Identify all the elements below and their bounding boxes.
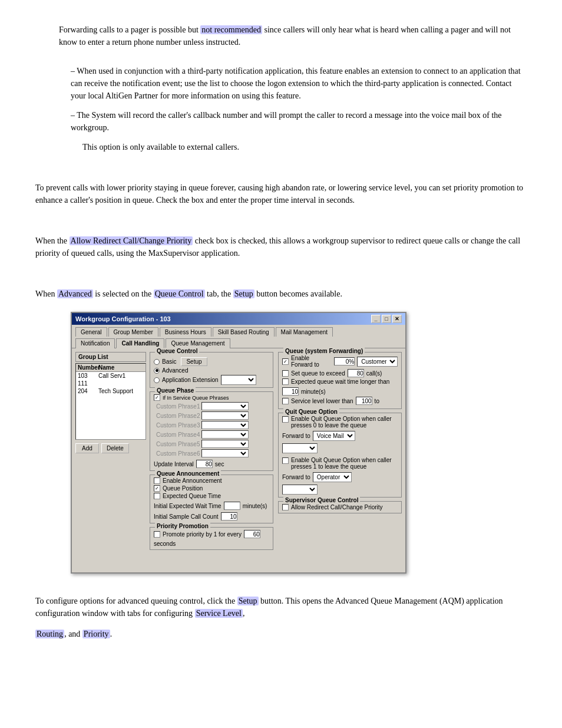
- priority-promotion-check[interactable]: [154, 531, 160, 538]
- enable-forward-check[interactable]: [282, 358, 289, 365]
- radio-advanced-input[interactable]: [154, 368, 160, 374]
- para7-mid2: tab, the: [205, 289, 233, 298]
- forward-extra-select1[interactable]: [282, 443, 318, 453]
- phrase6-select[interactable]: [201, 449, 249, 457]
- para4-text: This option is only available to externa…: [82, 143, 239, 151]
- radio-basic-input[interactable]: [154, 359, 160, 365]
- tab-queue-management[interactable]: Queue Management: [166, 338, 230, 348]
- initial-sample-row: Initial Sample Call Count: [154, 512, 269, 521]
- group-list-buttons: Add Delete: [75, 443, 146, 453]
- initial-sample-label: Initial Sample Call Count: [154, 513, 219, 520]
- forward-to-label2: Forward to: [282, 474, 310, 480]
- phrase4-select[interactable]: [201, 430, 249, 439]
- service-level-check[interactable]: [282, 398, 289, 404]
- if-in-service-check[interactable]: [154, 394, 160, 401]
- priority-promote-input[interactable]: [244, 530, 260, 538]
- forward-extra-select2[interactable]: [282, 485, 318, 495]
- phrase-row-4: Custom Phrase4: [156, 430, 269, 439]
- paragraph-6: When the Allow Redirect Call/Change Prio…: [35, 235, 527, 259]
- update-interval-unit: sec: [215, 461, 224, 467]
- dialog-body: Group List Number Name 103 Call Serv1 11…: [72, 348, 405, 572]
- phrase2-label: Custom Phrase2: [156, 413, 200, 419]
- para3-text: – The System will record the caller's ca…: [71, 111, 502, 132]
- initial-wait-row: Initial Expected Wait Time minute(s): [154, 502, 269, 510]
- titlebar-buttons: _ □ ✕: [371, 315, 402, 323]
- phrase-row-3: Custom Phrase3: [156, 421, 269, 429]
- update-interval-row: Update Interval sec: [154, 460, 269, 468]
- group-list-row[interactable]: 204 Tech Support: [76, 387, 146, 395]
- queue-position-row[interactable]: Queue Position: [154, 485, 269, 492]
- enable-announce-row[interactable]: Enable Announcement: [154, 477, 269, 484]
- tab-call-handling[interactable]: Call Handling: [116, 338, 164, 348]
- appext-select[interactable]: [221, 375, 256, 385]
- close-button[interactable]: ✕: [392, 315, 402, 323]
- phrase5-select[interactable]: [201, 440, 249, 448]
- wait-time-row: Expected queue wait time longer than min…: [282, 378, 398, 396]
- footer-para2: Routing, and Priority.: [35, 628, 527, 640]
- initial-wait-input[interactable]: [224, 502, 240, 510]
- service-level-label: Service level lower than: [291, 398, 353, 404]
- footer-and: , and: [64, 630, 82, 638]
- footer-before: To configure options for advanced queuin…: [35, 597, 237, 605]
- tab-mail-management[interactable]: Mail Management: [276, 327, 333, 337]
- forward-to-row1: Forward to Voice Mail: [282, 431, 398, 441]
- paragraph-3: – The System will record the caller's ca…: [35, 109, 527, 134]
- expected-queue-time-row[interactable]: Expected Queue Time: [154, 493, 269, 499]
- forward-to-select1[interactable]: Voice Mail: [313, 431, 355, 441]
- supervisor-check[interactable]: [282, 504, 289, 510]
- expected-queue-time-label: Expected Queue Time: [163, 493, 221, 499]
- enable-forward-row: Enable Forward to Customer Support: [282, 355, 398, 368]
- initial-wait-unit: minute(s): [243, 503, 267, 509]
- initial-sample-input[interactable]: [221, 512, 237, 521]
- tab-general[interactable]: General: [75, 327, 107, 337]
- tab-notification[interactable]: Notification: [75, 338, 115, 348]
- queue-overflow-section: Queue (system Forwarding) Enable Forward…: [278, 352, 402, 409]
- update-interval-input[interactable]: [196, 460, 213, 468]
- minimize-button[interactable]: _: [371, 315, 381, 323]
- para7-highlight2: Queue Control: [154, 289, 205, 298]
- enable-announce-check[interactable]: [154, 477, 160, 484]
- group-list-row[interactable]: 103 Call Serv1: [76, 372, 146, 380]
- queue-position-check[interactable]: [154, 485, 160, 492]
- group-list-box[interactable]: Number Name 103 Call Serv1 111 204 Tech …: [75, 363, 146, 440]
- enable-forward-select[interactable]: Customer Support: [357, 357, 398, 367]
- quit-queue-check2[interactable]: [282, 457, 289, 464]
- overflow-calls-check[interactable]: [282, 370, 289, 377]
- delete-button[interactable]: Delete: [101, 443, 129, 453]
- phrase2-select[interactable]: [201, 411, 249, 420]
- priority-promote-label: Promote priority by 1 for every: [163, 531, 242, 538]
- quit-queue-label1: Enable Quit Queue Option when caller pre…: [291, 416, 398, 429]
- quit-queue-check1[interactable]: [282, 416, 289, 423]
- para7-after: button becomes available.: [254, 289, 342, 298]
- para1-highlight: not recommended: [200, 25, 262, 34]
- wait-time-check[interactable]: [282, 378, 289, 385]
- tab-business-hours[interactable]: Business Hours: [160, 327, 211, 337]
- phrase-row-5: Custom Phrase5: [156, 440, 269, 448]
- para7-highlight3: Setup: [233, 289, 254, 298]
- queue-announcement-title: Queue Announcement: [155, 470, 221, 477]
- radio-app-ext[interactable]: Application Extension: [154, 375, 269, 385]
- overflow-calls-input[interactable]: [348, 369, 364, 377]
- forward-to-row2: Forward to Operator: [282, 472, 398, 482]
- service-level-input[interactable]: [356, 397, 372, 405]
- footer-setup-highlight: Setup: [237, 597, 259, 605]
- radio-appext-input[interactable]: [154, 377, 160, 383]
- setup-button[interactable]: Setup: [181, 357, 207, 366]
- phrase3-select[interactable]: [201, 421, 249, 429]
- radio-basic[interactable]: Basic Setup: [154, 357, 269, 366]
- add-button[interactable]: Add: [75, 443, 99, 453]
- phrase1-select[interactable]: [201, 402, 249, 410]
- radio-basic-label: Basic: [162, 358, 176, 365]
- radio-advanced[interactable]: Advanced: [154, 367, 269, 374]
- if-in-service-row[interactable]: If In Service Queue Phrases: [154, 394, 269, 401]
- forward-to-select2[interactable]: Operator: [313, 472, 352, 482]
- expected-queue-time-check[interactable]: [154, 493, 160, 499]
- row-name-techsupport: Tech Support: [98, 388, 133, 394]
- group-list-row[interactable]: 111: [76, 380, 146, 387]
- wait-time-input[interactable]: [282, 387, 299, 396]
- tab-group-member[interactable]: Group Member: [108, 327, 158, 337]
- tab-skill-based-routing[interactable]: Skill Based Routing: [213, 327, 275, 337]
- supervisor-section: Supervisor Queue Control Allow Redirect …: [278, 501, 402, 513]
- enable-forward-input[interactable]: [334, 357, 355, 365]
- maximize-button[interactable]: □: [382, 315, 391, 323]
